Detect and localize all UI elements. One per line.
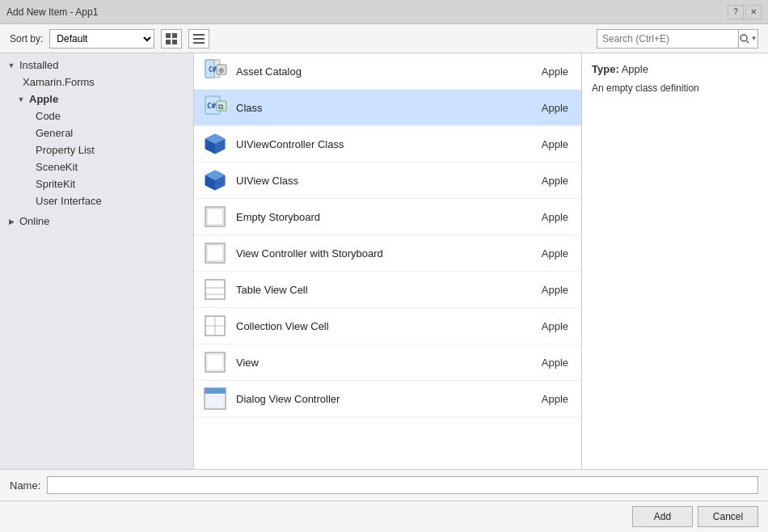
list-item[interactable]: Dialog View Controller Apple [194,381,581,417]
action-bar: Add Cancel [0,500,768,532]
installed-expand-icon: ▼ [6,61,16,70]
name-input[interactable] [47,476,758,494]
xamarin-label: Xamarin.Forms [23,76,95,88]
svg-rect-3 [172,40,177,44]
sort-label: Sort by: [10,33,43,44]
installed-label: Installed [19,59,58,71]
svg-rect-1 [172,33,177,38]
svg-rect-37 [207,354,223,370]
sidebar: ▼ Installed Xamarin.Forms ▼ Apple Code G… [0,53,194,469]
svg-rect-27 [207,209,223,225]
list-item[interactable]: Table View Cell Apple [194,272,581,308]
svg-rect-39 [205,388,226,394]
item-icon-collection-view-cell [200,311,230,340]
item-icon-dialog-vc [200,384,230,413]
svg-line-8 [746,40,749,43]
list-item[interactable]: C# ⧉ Class Apple [194,90,581,126]
item-name: Dialog View Controller [236,393,526,405]
item-category: Apple [526,211,575,223]
sidebar-item-xamarin[interactable]: Xamarin.Forms [0,74,193,91]
svg-text:C#: C# [207,102,216,110]
cancel-button[interactable]: Cancel [698,506,758,527]
title-bar: Add New Item - App1 ? ✕ [0,0,768,24]
svg-rect-2 [166,40,171,44]
item-name: Class [236,102,526,114]
item-name: UIViewController Class [236,138,526,150]
item-category: Apple [526,320,575,332]
name-bar: Name: [0,469,768,500]
item-category: Apple [526,247,575,260]
svg-rect-6 [193,42,205,44]
apple-expand-icon: ▼ [16,95,26,104]
item-category: Apple [526,284,575,296]
dialog-body: Sort by: Default Name Type [0,24,768,532]
list-item[interactable]: UIViewController Class Apple [194,126,581,163]
sidebar-item-scenekit[interactable]: SceneKit [0,158,193,175]
help-button[interactable]: ? [728,5,744,19]
apple-label: Apple [29,93,58,105]
item-icon-empty-storyboard [200,202,230,231]
name-label: Name: [10,479,40,492]
sidebar-item-apple[interactable]: ▼ Apple [0,91,193,108]
item-icon-view [200,348,230,377]
svg-rect-30 [205,280,225,299]
sidebar-item-property-list[interactable]: Property List [0,141,193,158]
online-label: Online [19,215,50,227]
list-item[interactable]: Empty Storyboard Apple [194,199,581,235]
svg-rect-29 [207,245,223,261]
list-item[interactable]: View Controller with Storyboard Apple [194,235,581,272]
type-line: Type: Apple [592,63,758,75]
sidebar-item-general[interactable]: General [0,125,193,141]
sort-dropdown[interactable]: Default Name Type [49,29,154,49]
item-name: Collection View Cell [236,320,526,332]
item-icon-uiview [200,166,230,195]
type-label: Type: [592,63,619,75]
add-button[interactable]: Add [632,506,693,527]
search-box [597,29,758,49]
item-list: C# ⊕ Asset Catalog Apple C# ⧉ [194,53,582,469]
list-item[interactable]: C# ⊕ Asset Catalog Apple [194,53,581,90]
svg-rect-5 [193,38,205,40]
sidebar-item-online[interactable]: ▶ Online [0,213,193,230]
item-name: Asset Catalog [236,65,526,78]
item-category: Apple [526,65,575,78]
toolbar: Sort by: Default Name Type [0,24,768,53]
title-bar-buttons: ? ✕ [728,5,762,19]
item-category: Apple [526,357,575,369]
item-category: Apple [526,102,575,114]
search-button[interactable] [738,30,757,48]
item-name: View Controller with Storyboard [236,247,526,260]
svg-text:C#: C# [209,66,217,74]
item-name: Table View Cell [236,284,526,296]
type-value: Apple [622,63,648,75]
item-icon-vc-storyboard [200,239,230,268]
item-name: View [236,357,526,369]
item-name: Empty Storyboard [236,211,526,223]
item-category: Apple [526,138,575,150]
search-input[interactable] [597,33,738,44]
item-icon-asset-catalog: C# ⊕ [200,57,230,86]
item-name: UIView Class [236,175,526,187]
close-button[interactable]: ✕ [745,5,762,19]
svg-point-7 [741,35,747,41]
svg-text:⊕: ⊕ [218,66,225,74]
sidebar-item-user-interface[interactable]: User Interface [0,192,193,209]
description-text: An empty class definition [592,82,758,95]
list-item[interactable]: Collection View Cell Apple [194,308,581,344]
list-item[interactable]: UIView Class Apple [194,163,581,199]
list-item[interactable]: View Apple [194,344,581,381]
item-icon-class: C# ⧉ [200,93,230,122]
item-icon-table-view-cell [200,275,230,304]
dialog-title: Add New Item - App1 [6,6,98,18]
content-area: ▼ Installed Xamarin.Forms ▼ Apple Code G… [0,53,768,469]
item-icon-uiviewcontroller [200,129,230,158]
sidebar-item-spritekit[interactable]: SpriteKit [0,175,193,192]
view-list-button[interactable] [188,29,209,49]
sidebar-item-installed[interactable]: ▼ Installed [0,57,193,74]
online-expand-icon: ▶ [6,217,16,226]
svg-rect-4 [193,34,205,36]
sidebar-item-code[interactable]: Code [0,108,193,125]
view-grid-button[interactable] [161,29,182,49]
svg-rect-0 [166,33,171,38]
item-category: Apple [526,393,575,405]
